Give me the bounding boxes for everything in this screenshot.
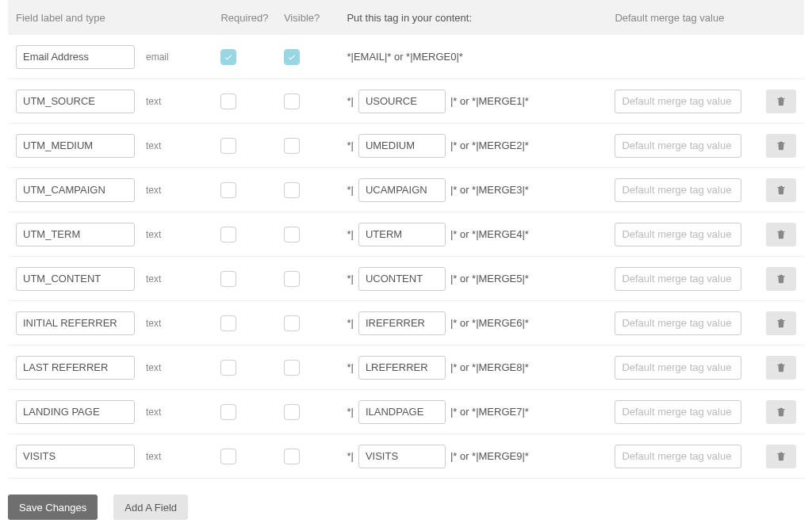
field-type-label: text <box>146 273 161 285</box>
required-checkbox[interactable] <box>220 182 236 198</box>
required-checkbox[interactable] <box>220 449 236 464</box>
field-type-label: text <box>146 96 161 107</box>
visible-checkbox[interactable] <box>284 49 300 65</box>
merge-tag-input[interactable] <box>358 178 446 202</box>
default-value-input[interactable] <box>615 311 741 335</box>
header-visible: Visible? <box>284 12 347 24</box>
required-checkbox[interactable] <box>220 404 236 420</box>
header-tag: Put this tag in your content: <box>347 12 615 24</box>
default-value-input[interactable] <box>615 356 741 380</box>
merge-tag-input[interactable] <box>358 134 446 158</box>
header-required: Required? <box>220 12 284 24</box>
tag-prefix: *| <box>347 450 353 462</box>
merge-tag-input[interactable] <box>358 311 446 335</box>
field-label-input[interactable] <box>16 445 135 468</box>
header-default: Default merge tag value <box>615 12 756 24</box>
table-row: text*||* or *|MERGE3|* <box>8 168 804 212</box>
required-checkbox[interactable] <box>220 315 236 331</box>
merge-tag-suffix: |* or *|MERGE4|* <box>450 228 529 240</box>
default-value-input[interactable] <box>615 178 741 202</box>
visible-checkbox[interactable] <box>284 271 300 287</box>
field-label-input[interactable] <box>16 223 135 246</box>
field-type-label: text <box>146 451 161 462</box>
merge-tag-input[interactable] <box>358 356 446 380</box>
merge-tag-suffix: |* or *|MERGE9|* <box>450 450 529 462</box>
required-checkbox[interactable] <box>220 360 236 376</box>
delete-button[interactable] <box>766 445 796 468</box>
delete-button[interactable] <box>766 178 796 202</box>
merge-tag-suffix: |* or *|MERGE8|* <box>450 361 529 373</box>
delete-button[interactable] <box>766 400 796 424</box>
field-label-input[interactable] <box>16 134 135 158</box>
merge-tag-input[interactable] <box>358 223 446 246</box>
trash-icon <box>776 229 787 240</box>
visible-checkbox[interactable] <box>284 94 300 109</box>
required-checkbox[interactable] <box>220 271 236 287</box>
default-value-input[interactable] <box>615 445 741 468</box>
trash-icon <box>776 185 787 196</box>
merge-tag-suffix: |* or *|MERGE6|* <box>450 317 529 329</box>
field-label-input[interactable] <box>16 400 135 424</box>
default-value-input[interactable] <box>615 400 741 424</box>
merge-tag-input[interactable] <box>358 90 446 113</box>
field-type-label: text <box>146 318 161 329</box>
field-type-label: text <box>146 140 161 151</box>
table-row: text*||* or *|MERGE9|* <box>8 434 804 479</box>
visible-checkbox[interactable] <box>284 404 300 420</box>
default-value-input[interactable] <box>615 223 741 246</box>
header-label: Field label and type <box>16 12 220 24</box>
visible-checkbox[interactable] <box>284 449 300 464</box>
table-header: Field label and type Required? Visible? … <box>8 0 804 35</box>
trash-icon <box>776 451 787 462</box>
delete-button[interactable] <box>766 134 796 158</box>
default-value-input[interactable] <box>615 134 741 158</box>
table-row: text*||* or *|MERGE4|* <box>8 212 804 257</box>
visible-checkbox[interactable] <box>284 138 300 154</box>
required-checkbox[interactable] <box>220 138 236 154</box>
delete-button[interactable] <box>766 90 796 113</box>
table-row: email*|EMAIL|* or *|MERGE0|* <box>8 35 804 79</box>
field-label-input[interactable] <box>16 45 135 69</box>
delete-button[interactable] <box>766 223 796 246</box>
trash-icon <box>776 407 787 418</box>
visible-checkbox[interactable] <box>284 227 300 242</box>
merge-tag-input[interactable] <box>358 267 446 291</box>
field-type-label: text <box>146 229 161 240</box>
merge-tag-text: *|EMAIL|* or *|MERGE0|* <box>347 51 462 63</box>
visible-checkbox[interactable] <box>284 360 300 376</box>
tag-prefix: *| <box>347 361 353 373</box>
table-row: text*||* or *|MERGE2|* <box>8 124 804 168</box>
tag-prefix: *| <box>347 95 353 107</box>
tag-prefix: *| <box>347 273 353 285</box>
field-label-input[interactable] <box>16 311 135 335</box>
required-checkbox[interactable] <box>220 49 236 65</box>
required-checkbox[interactable] <box>220 227 236 242</box>
field-label-input[interactable] <box>16 356 135 380</box>
tag-prefix: *| <box>347 406 353 418</box>
tag-prefix: *| <box>347 139 353 151</box>
field-label-input[interactable] <box>16 178 135 202</box>
default-value-input[interactable] <box>615 90 741 113</box>
visible-checkbox[interactable] <box>284 182 300 198</box>
trash-icon <box>776 140 787 151</box>
save-button[interactable]: Save Changes <box>8 495 98 520</box>
add-field-button[interactable]: Add A Field <box>113 495 188 520</box>
merge-tag-suffix: |* or *|MERGE7|* <box>450 406 529 418</box>
merge-tag-input[interactable] <box>358 445 446 468</box>
table-row: text*||* or *|MERGE7|* <box>8 390 804 434</box>
trash-icon <box>776 273 787 285</box>
delete-button[interactable] <box>766 311 796 335</box>
delete-button[interactable] <box>766 356 796 380</box>
default-value-input[interactable] <box>615 267 741 291</box>
field-type-label: text <box>146 362 161 373</box>
tag-prefix: *| <box>347 228 353 240</box>
field-label-input[interactable] <box>16 267 135 291</box>
merge-tag-input[interactable] <box>358 400 446 424</box>
required-checkbox[interactable] <box>220 94 236 109</box>
table-row: text*||* or *|MERGE5|* <box>8 257 804 301</box>
merge-fields-table: Field label and type Required? Visible? … <box>0 0 812 527</box>
table-row: text*||* or *|MERGE8|* <box>8 346 804 390</box>
delete-button[interactable] <box>766 267 796 291</box>
field-label-input[interactable] <box>16 90 135 113</box>
visible-checkbox[interactable] <box>284 315 300 331</box>
